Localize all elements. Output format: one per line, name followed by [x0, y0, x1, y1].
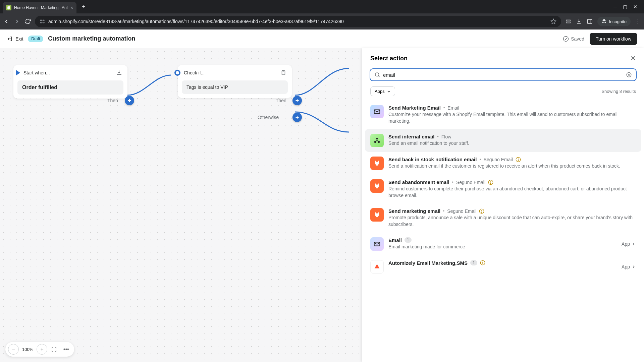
- action-badge: 1: [405, 237, 412, 243]
- warning-icon: [516, 157, 521, 162]
- maximize-icon[interactable]: ▢: [623, 4, 627, 9]
- add-step-button[interactable]: +: [125, 96, 134, 105]
- address-bar[interactable]: admin.shopify.com/store/de8143-a6/market…: [35, 16, 561, 27]
- close-window-icon[interactable]: ✕: [633, 4, 637, 9]
- action-item[interactable]: Automizely Email Marketing,SMS1App: [365, 255, 641, 278]
- otherwise-label: Otherwise: [258, 115, 279, 120]
- svg-rect-5: [566, 20, 570, 21]
- zoom-out-button[interactable]: −: [8, 344, 19, 355]
- import-icon[interactable]: [116, 70, 122, 76]
- back-button[interactable]: [3, 18, 9, 24]
- action-badge: 1: [470, 260, 477, 265]
- workflow-canvas[interactable]: Start when... Order fulfilled Then + Che…: [0, 48, 644, 362]
- svg-point-21: [518, 160, 518, 161]
- app-email-icon: [370, 237, 384, 251]
- zoom-level: 100%: [20, 347, 35, 352]
- new-tab-button[interactable]: +: [79, 2, 88, 12]
- draft-badge: Draft: [28, 36, 43, 42]
- extensions-icon[interactable]: [565, 18, 571, 24]
- minimize-icon[interactable]: ─: [613, 4, 617, 9]
- browser-menu-icon[interactable]: ⋮: [635, 18, 641, 25]
- search-box[interactable]: [370, 68, 637, 81]
- then-label: Then: [107, 98, 118, 103]
- svg-point-24: [490, 183, 491, 183]
- add-otherwise-button[interactable]: +: [292, 113, 302, 122]
- svg-marker-4: [551, 19, 556, 24]
- svg-point-27: [482, 212, 482, 213]
- zoom-toolbar: − 100% + •••: [5, 342, 74, 357]
- action-search-input[interactable]: [383, 72, 623, 78]
- close-panel-icon[interactable]: ✕: [630, 54, 636, 62]
- fit-view-button[interactable]: [49, 344, 59, 355]
- tab-title: Home Haven · Marketing · Aut: [14, 5, 68, 10]
- action-source: Seguno Email: [484, 157, 513, 162]
- action-description: Promote products, announce a sale with a…: [388, 215, 636, 228]
- warning-icon: [480, 260, 485, 265]
- result-count: Showing 8 results: [601, 89, 636, 94]
- app-link[interactable]: App: [622, 264, 636, 269]
- action-description: Customize your message with a Shopify Em…: [388, 111, 636, 124]
- email-icon: [370, 105, 384, 118]
- action-list[interactable]: Send Marketing Email•EmailCustomize your…: [362, 100, 644, 362]
- seguno-icon: [370, 179, 384, 193]
- action-item[interactable]: Send abandonment email•Seguno EmailRemin…: [365, 175, 641, 203]
- action-description: Email marketing made for commerce: [388, 244, 617, 250]
- svg-line-13: [378, 76, 379, 77]
- clipboard-icon[interactable]: [280, 70, 286, 76]
- downloads-icon[interactable]: [576, 18, 582, 24]
- url-bar: admin.shopify.com/store/de8143-a6/market…: [0, 13, 644, 29]
- action-source: Flow: [441, 134, 451, 139]
- action-item[interactable]: Email1Email marketing made for commerceA…: [365, 233, 641, 255]
- turn-on-workflow-button[interactable]: Turn on workflow: [590, 33, 637, 45]
- browser-tab[interactable]: Home Haven · Marketing · Aut ×: [3, 2, 76, 13]
- condition-icon: [174, 70, 180, 76]
- then-label-2: Then: [276, 98, 286, 103]
- action-title: Automizely Email Marketing,SMS: [388, 260, 468, 266]
- exit-button[interactable]: Exit: [7, 36, 23, 42]
- app-link[interactable]: App: [622, 241, 636, 247]
- apps-filter-dropdown[interactable]: Apps: [370, 86, 395, 96]
- svg-point-31: [482, 264, 483, 264]
- panel-icon[interactable]: [587, 18, 593, 24]
- action-item[interactable]: Send back in stock notification email•Se…: [365, 152, 641, 175]
- action-title: Send marketing email: [388, 208, 440, 214]
- tab-close-icon[interactable]: ×: [70, 5, 73, 10]
- exit-icon: [7, 36, 13, 42]
- add-then-button[interactable]: +: [292, 96, 302, 105]
- action-panel: Select action ✕ Apps Showing 8 results S…: [362, 48, 644, 362]
- svg-rect-3: [43, 22, 44, 23]
- seguno-icon: [370, 157, 384, 170]
- action-item[interactable]: Send Marketing Email•EmailCustomize your…: [365, 100, 641, 129]
- action-title: Email: [388, 237, 402, 243]
- automizely-icon: [370, 260, 384, 274]
- forward-button[interactable]: [14, 18, 20, 24]
- svg-rect-0: [40, 20, 42, 20]
- page-title: Custom marketing automation: [48, 35, 135, 42]
- svg-point-16: [376, 138, 378, 140]
- bookmark-star-icon[interactable]: [550, 18, 556, 24]
- condition-node[interactable]: Check if... Tags is equal to VIP: [178, 65, 292, 98]
- site-settings-icon[interactable]: [40, 19, 45, 24]
- action-description: Remind customers to complete their purch…: [388, 186, 636, 199]
- incognito-badge[interactable]: Incognito: [597, 17, 631, 26]
- start-node[interactable]: Start when... Order fulfilled: [13, 65, 127, 99]
- svg-rect-6: [566, 22, 570, 23]
- action-item[interactable]: Send marketing email•Seguno EmailPromote…: [365, 203, 641, 232]
- action-title: Send internal email: [388, 134, 435, 139]
- action-item[interactable]: Send internal email•FlowSend an email no…: [365, 129, 641, 152]
- more-tools-button[interactable]: •••: [61, 344, 71, 355]
- seguno-icon: [370, 208, 384, 222]
- svg-point-12: [375, 73, 379, 76]
- reload-button[interactable]: [25, 18, 31, 24]
- action-source: Seguno Email: [447, 208, 476, 214]
- zoom-in-button[interactable]: +: [37, 344, 47, 355]
- action-title: Send Marketing Email: [388, 105, 441, 111]
- clear-search-icon[interactable]: [626, 72, 632, 78]
- svg-point-9: [564, 36, 569, 41]
- search-icon: [374, 72, 380, 78]
- url-text: admin.shopify.com/store/de8143-a6/market…: [48, 19, 344, 24]
- warning-icon: [488, 180, 493, 185]
- chevron-down-icon: [387, 89, 391, 94]
- tab-bar: Home Haven · Marketing · Aut × + ─ ▢ ✕: [0, 0, 644, 13]
- action-source: Email: [447, 105, 459, 111]
